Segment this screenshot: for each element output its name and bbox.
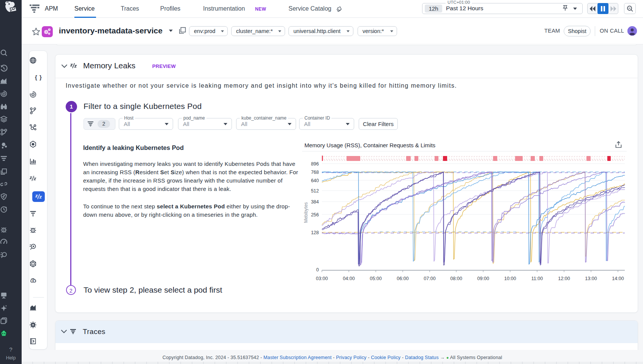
svg-text:04:00: 04:00 <box>343 276 355 281</box>
svg-text:0: 0 <box>316 267 319 273</box>
svg-text:512: 512 <box>311 188 319 194</box>
svg-text:256: 256 <box>311 212 319 217</box>
svg-text:640: 640 <box>311 178 319 183</box>
svg-text:05:00: 05:00 <box>370 276 381 281</box>
svg-text:13:00: 13:00 <box>585 276 597 281</box>
svg-text:03:00: 03:00 <box>316 276 328 281</box>
svg-text:$: $ <box>32 279 34 282</box>
svg-text:896: 896 <box>311 161 319 167</box>
svg-text:12:00: 12:00 <box>558 276 570 281</box>
svg-text:06:00: 06:00 <box>397 276 408 281</box>
svg-text:14:00: 14:00 <box>612 276 624 281</box>
svg-text:384: 384 <box>311 199 319 205</box>
svg-text:07:00: 07:00 <box>424 276 435 281</box>
svg-text:Mebibytes: Mebibytes <box>303 202 309 223</box>
svg-text:128: 128 <box>311 230 319 235</box>
svg-text:10:00: 10:00 <box>504 276 516 281</box>
svg-text:08:00: 08:00 <box>450 276 462 281</box>
svg-text:11:00: 11:00 <box>531 276 543 281</box>
svg-text:09:00: 09:00 <box>477 276 489 281</box>
svg-text:768: 768 <box>311 170 319 175</box>
